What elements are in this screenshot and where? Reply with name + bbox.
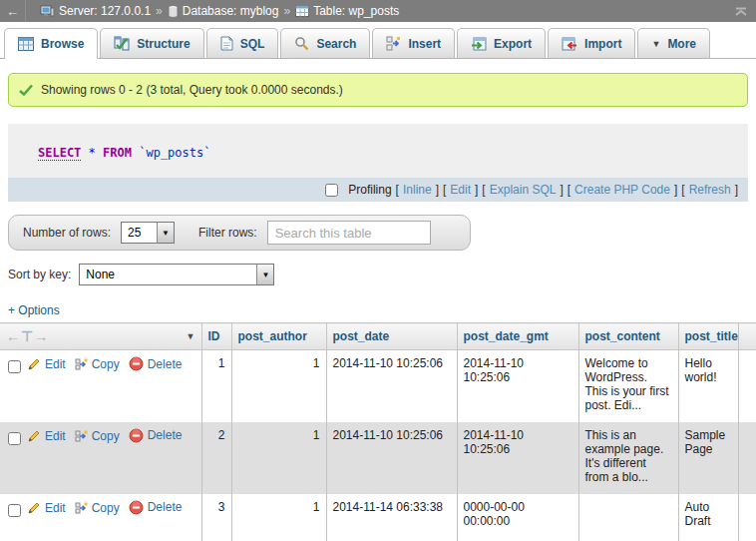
edit-query-link[interactable]: Edit (450, 183, 471, 197)
cell-post-content: Welcome to WordPress. This is your first… (578, 350, 678, 422)
table-header-row: ←⊤→ ▼ ID post_author post_date post_date… (0, 323, 756, 350)
results-table: ←⊤→ ▼ ID post_author post_date post_date… (0, 322, 756, 541)
delete-label: Delete (148, 500, 183, 514)
column-header-id[interactable]: ID (201, 323, 231, 350)
tab-search[interactable]: Search (280, 28, 370, 58)
cell-id: 2 (201, 422, 231, 494)
copy-row-link[interactable]: Copy (75, 429, 120, 443)
profiling-label: Profiling (348, 183, 391, 197)
options-direction-icons[interactable]: ←⊤→ (6, 328, 49, 344)
bracket: ] (674, 183, 677, 197)
copy-label: Copy (92, 429, 120, 443)
edit-row-link[interactable]: Edit (27, 501, 66, 515)
column-header-post-date[interactable]: post_date (326, 323, 457, 350)
cell-post-date: 2014-11-10 10:25:06 (326, 350, 457, 422)
number-of-rows-label: Number of rows: (23, 226, 111, 240)
tab-import[interactable]: Import (548, 28, 635, 58)
delete-row-link[interactable]: Delete (129, 500, 183, 515)
column-header-post-date-gmt[interactable]: post_date_gmt (457, 323, 578, 350)
table-row: EditCopyDelete 2 1 2014-11-10 10:25:06 2… (0, 422, 756, 494)
delete-label: Delete (148, 357, 183, 371)
breadcrumb-server[interactable]: Server: 127.0.0.1 (40, 4, 151, 18)
sql-keyword-from: FROM (103, 146, 132, 160)
breadcrumb-separator: » (156, 4, 163, 18)
copy-label: Copy (92, 357, 120, 371)
search-icon (294, 36, 309, 51)
sql-icon (220, 36, 233, 51)
row-checkbox[interactable] (8, 360, 21, 373)
tab-more-label: More (667, 37, 696, 51)
collapse-top-icon (734, 7, 748, 16)
cell-post-author: 1 (231, 494, 326, 541)
cell-id: 3 (201, 494, 231, 541)
tab-export-label: Export (494, 37, 532, 51)
edit-label: Edit (45, 429, 66, 443)
tab-structure-label: Structure (137, 37, 189, 51)
browse-icon (18, 37, 34, 51)
sql-operator-star: * (89, 146, 96, 160)
bracket: [ (681, 183, 684, 197)
number-of-rows-select[interactable]: 25 (122, 223, 174, 243)
cell-post-author: 1 (231, 422, 326, 494)
sql-query-block: SELECT * FROM `wp_posts` Profiling [ Inl… (8, 124, 748, 202)
create-php-code-link[interactable]: Create PHP Code (574, 183, 670, 197)
table-icon (295, 5, 309, 17)
cell-post-date: 2014-11-14 06:33:38 (326, 494, 457, 541)
edit-row-link[interactable]: Edit (27, 357, 66, 371)
options-toggle-link[interactable]: + Options (8, 303, 60, 317)
filter-rows-input[interactable] (267, 221, 431, 245)
pencil-icon (27, 501, 41, 515)
delete-row-link[interactable]: Delete (129, 428, 183, 443)
cell-post-author: 1 (231, 350, 326, 422)
export-icon (471, 37, 487, 51)
tab-browse-label: Browse (41, 37, 84, 51)
delete-icon (129, 356, 144, 371)
number-of-rows-select-wrap: 25 ▼ (121, 222, 175, 244)
profiling-checkbox[interactable] (325, 184, 338, 197)
breadcrumb-database-label: Database: myblog (183, 4, 279, 18)
tab-more[interactable]: ▼ More (637, 28, 710, 58)
inline-link[interactable]: Inline (403, 183, 432, 197)
tab-sql[interactable]: SQL (206, 28, 279, 58)
delete-row-link[interactable]: Delete (129, 356, 183, 371)
edit-row-link[interactable]: Edit (27, 429, 66, 443)
breadcrumb-database[interactable]: Database: myblog (168, 4, 279, 18)
row-actions-cell: EditCopyDelete (0, 494, 201, 541)
back-button[interactable]: ← (0, 0, 26, 22)
collapse-top-button[interactable] (726, 7, 756, 16)
copy-row-link[interactable]: Copy (75, 357, 120, 371)
tab-bar: Browse Structure SQL Search Insert Expor… (0, 22, 756, 59)
column-header-post-author[interactable]: post_author (231, 323, 326, 350)
tab-insert[interactable]: Insert (372, 28, 455, 58)
cell-cutoff (738, 422, 756, 494)
copy-row-link[interactable]: Copy (75, 501, 120, 515)
refresh-link[interactable]: Refresh (689, 183, 731, 197)
row-actions-cell: EditCopyDelete (0, 350, 201, 422)
breadcrumb-table[interactable]: Table: wp_posts (295, 4, 399, 18)
filter-rows-label: Filter rows: (198, 226, 257, 240)
explain-sql-link[interactable]: Explain SQL (490, 183, 557, 197)
cell-id: 1 (201, 350, 231, 422)
breadcrumb-bar: ← Server: 127.0.0.1 » Database: myblog »… (0, 0, 756, 22)
database-icon (168, 5, 179, 18)
row-checkbox[interactable] (8, 432, 21, 445)
status-message: Showing rows 0 - 2 (3 total, Query took … (8, 73, 748, 107)
column-header-post-title[interactable]: post_title (678, 323, 738, 350)
sort-indicator-icon[interactable]: ▼ (187, 331, 195, 341)
sort-by-key-select[interactable]: None (80, 265, 273, 284)
structure-icon (114, 36, 130, 51)
rows-control-bar: Number of rows: 25 ▼ Filter rows: (8, 215, 471, 251)
bracket: [ (443, 183, 446, 197)
column-header-post-content[interactable]: post_content (578, 323, 678, 350)
tab-export[interactable]: Export (457, 28, 546, 58)
bracket: ] (560, 183, 563, 197)
tab-browse[interactable]: Browse (4, 28, 98, 59)
import-icon (562, 37, 577, 51)
back-arrow-icon: ← (6, 4, 19, 19)
breadcrumb-table-label: Table: wp_posts (313, 4, 399, 18)
edit-label: Edit (45, 357, 66, 371)
row-checkbox[interactable] (8, 504, 21, 517)
delete-label: Delete (148, 428, 183, 442)
tab-structure[interactable]: Structure (100, 28, 203, 58)
delete-icon (129, 428, 144, 443)
